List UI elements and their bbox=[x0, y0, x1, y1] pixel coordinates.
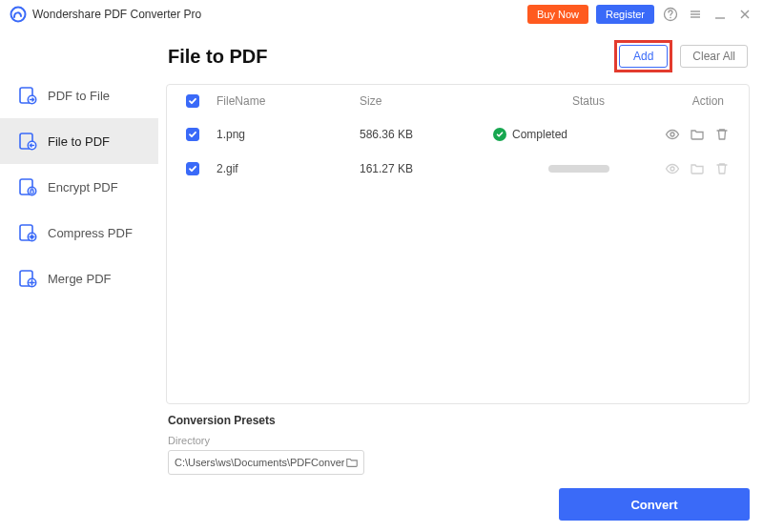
menu-icon[interactable] bbox=[687, 6, 704, 23]
pdf-to-file-icon bbox=[17, 85, 38, 106]
svg-point-20 bbox=[670, 133, 674, 136]
minimize-icon[interactable] bbox=[711, 6, 729, 23]
convert-row: Convert bbox=[166, 482, 750, 532]
row-status: Completed bbox=[493, 128, 665, 141]
delete-icon[interactable] bbox=[714, 127, 730, 142]
help-icon[interactable] bbox=[662, 6, 679, 23]
file-list: FileName Size Status Action 1.png 586.36… bbox=[166, 84, 750, 404]
preview-icon[interactable] bbox=[665, 127, 680, 142]
encrypt-pdf-icon bbox=[17, 176, 38, 197]
col-status: Status bbox=[493, 94, 665, 108]
row-status bbox=[493, 165, 665, 173]
sidebar-item-pdf-to-file[interactable]: PDF to File bbox=[0, 72, 158, 118]
page-title: File to PDF bbox=[168, 46, 267, 68]
sidebar-item-compress-pdf[interactable]: Compress PDF bbox=[0, 210, 158, 256]
directory-input[interactable] bbox=[175, 457, 344, 468]
svg-point-2 bbox=[670, 17, 671, 19]
row-actions bbox=[665, 127, 743, 142]
col-action: Action bbox=[665, 94, 743, 108]
delete-icon[interactable] bbox=[714, 161, 730, 176]
directory-box bbox=[168, 450, 364, 475]
merge-pdf-icon bbox=[17, 268, 38, 289]
row-filename: 1.png bbox=[217, 128, 360, 141]
sidebar-item-label: Merge PDF bbox=[48, 272, 111, 286]
svg-point-0 bbox=[11, 8, 26, 22]
preview-icon[interactable] bbox=[665, 161, 680, 176]
sidebar-item-label: Compress PDF bbox=[48, 226, 133, 240]
row-checkbox[interactable] bbox=[186, 128, 199, 141]
select-all-checkbox[interactable] bbox=[186, 94, 199, 108]
sidebar-item-label: Encrypt PDF bbox=[48, 180, 118, 194]
row-size: 161.27 KB bbox=[360, 162, 493, 175]
titlebar: Wondershare PDF Converter Pro Buy Now Re… bbox=[0, 0, 763, 29]
clear-all-button[interactable]: Clear All bbox=[680, 45, 748, 68]
sidebar: PDF to File File to PDF Encrypt PDF Comp… bbox=[0, 29, 158, 532]
status-completed-icon bbox=[493, 128, 506, 141]
directory-label: Directory bbox=[168, 435, 750, 446]
col-size: Size bbox=[360, 94, 493, 108]
file-row: 2.gif 161.27 KB bbox=[167, 152, 749, 186]
add-button-highlight: Add bbox=[614, 40, 672, 72]
status-pending-bar bbox=[548, 165, 609, 173]
sidebar-item-label: File to PDF bbox=[48, 134, 110, 149]
close-icon[interactable] bbox=[736, 6, 753, 23]
browse-folder-icon[interactable] bbox=[344, 455, 360, 470]
row-checkbox[interactable] bbox=[186, 162, 199, 175]
file-to-pdf-icon bbox=[17, 131, 38, 152]
file-list-header: FileName Size Status Action bbox=[167, 85, 749, 117]
svg-point-21 bbox=[670, 167, 674, 171]
row-actions bbox=[665, 161, 743, 176]
main-top: File to PDF Add Clear All bbox=[166, 36, 750, 84]
compress-pdf-icon bbox=[17, 222, 38, 243]
register-button[interactable]: Register bbox=[596, 5, 654, 24]
titlebar-right: Buy Now Register bbox=[527, 5, 753, 24]
add-button[interactable]: Add bbox=[619, 45, 668, 68]
sidebar-item-merge-pdf[interactable]: Merge PDF bbox=[0, 256, 158, 301]
presets-title: Conversion Presets bbox=[168, 414, 750, 427]
sidebar-item-label: PDF to File bbox=[48, 89, 110, 103]
buy-now-button[interactable]: Buy Now bbox=[527, 5, 588, 24]
file-row: 1.png 586.36 KB Completed bbox=[167, 117, 749, 152]
col-filename: FileName bbox=[217, 94, 360, 108]
app-logo-icon bbox=[10, 6, 27, 23]
row-size: 586.36 KB bbox=[360, 128, 493, 141]
app-title: Wondershare PDF Converter Pro bbox=[32, 8, 201, 21]
open-folder-icon[interactable] bbox=[690, 127, 705, 142]
content: PDF to File File to PDF Encrypt PDF Comp… bbox=[0, 29, 763, 532]
open-folder-icon[interactable] bbox=[690, 161, 705, 176]
top-actions: Add Clear All bbox=[614, 40, 748, 72]
main: File to PDF Add Clear All FileName Size … bbox=[158, 29, 763, 532]
sidebar-item-file-to-pdf[interactable]: File to PDF bbox=[0, 118, 158, 164]
convert-button[interactable]: Convert bbox=[559, 488, 750, 521]
conversion-presets: Conversion Presets Directory bbox=[166, 404, 750, 482]
titlebar-left: Wondershare PDF Converter Pro bbox=[10, 6, 201, 23]
status-label: Completed bbox=[512, 128, 567, 141]
sidebar-item-encrypt-pdf[interactable]: Encrypt PDF bbox=[0, 164, 158, 210]
row-filename: 2.gif bbox=[217, 162, 360, 175]
